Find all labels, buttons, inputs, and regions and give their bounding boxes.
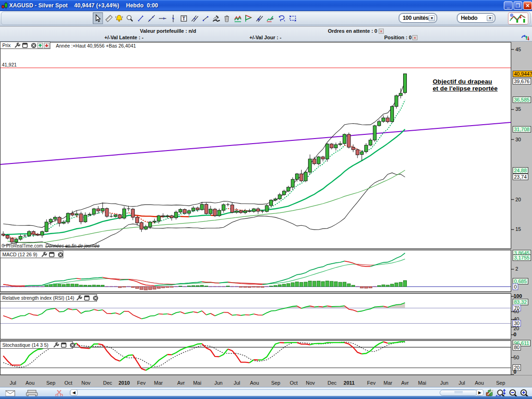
svg-text:T: T xyxy=(182,16,185,21)
